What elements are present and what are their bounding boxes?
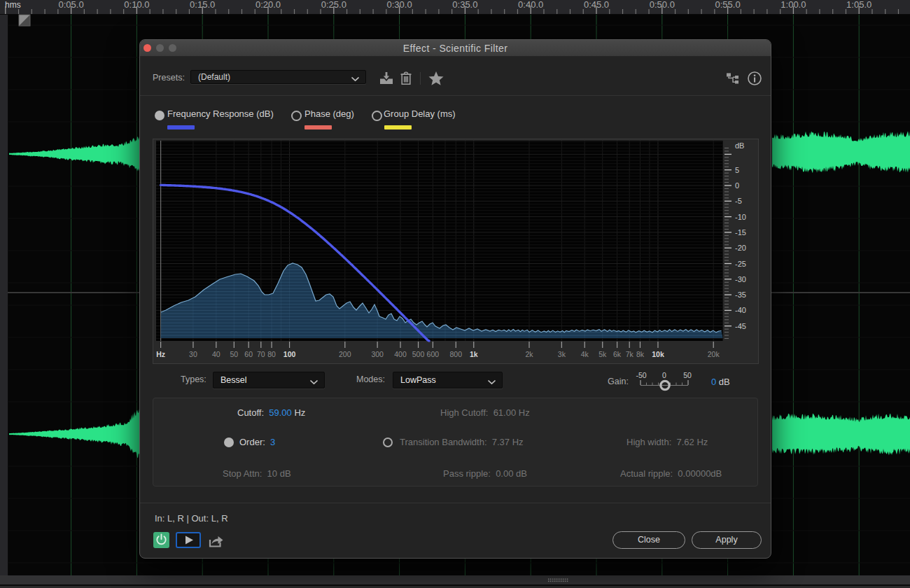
svg-text:hms: hms: [5, 0, 21, 10]
svg-text:600: 600: [427, 350, 440, 358]
svg-text:5k: 5k: [598, 350, 607, 358]
svg-text:-5: -5: [735, 197, 742, 205]
svg-text:-30: -30: [735, 275, 746, 284]
svg-text:800: 800: [449, 350, 462, 358]
svg-text:3k: 3k: [558, 350, 566, 358]
svg-text:dB: dB: [735, 141, 744, 150]
svg-text:20k: 20k: [708, 350, 720, 358]
svg-text:60: 60: [244, 350, 253, 358]
svg-text:50: 50: [230, 350, 238, 358]
svg-text:10k: 10k: [652, 350, 664, 358]
svg-text:70: 70: [257, 350, 265, 358]
svg-text:-15: -15: [735, 228, 746, 237]
svg-text:1k: 1k: [470, 350, 478, 358]
svg-text:0: 0: [735, 181, 739, 190]
svg-text:-20: -20: [735, 244, 746, 252]
svg-text:-40: -40: [735, 306, 746, 314]
svg-text:5: 5: [735, 166, 739, 174]
svg-text:30: 30: [189, 350, 197, 358]
svg-text:0: 0: [662, 371, 666, 379]
svg-text:300: 300: [371, 350, 384, 358]
svg-text:100: 100: [284, 350, 296, 358]
svg-text:-10: -10: [735, 213, 746, 221]
svg-text:Hz: Hz: [156, 350, 165, 358]
svg-text:40: 40: [212, 350, 220, 358]
svg-text:6k: 6k: [613, 350, 622, 358]
svg-text:4k: 4k: [581, 350, 589, 358]
svg-text:400: 400: [394, 350, 407, 358]
svg-text:80: 80: [267, 350, 276, 358]
svg-text:-45: -45: [735, 322, 746, 330]
svg-text:7k: 7k: [626, 350, 634, 358]
svg-text:8k: 8k: [636, 350, 645, 358]
svg-text:50: 50: [683, 371, 692, 379]
svg-text:500: 500: [412, 350, 425, 358]
svg-text:-25: -25: [735, 260, 746, 268]
svg-text:2k: 2k: [525, 350, 533, 358]
svg-text:-35: -35: [735, 290, 746, 299]
svg-text:-50: -50: [636, 371, 646, 379]
svg-text:200: 200: [339, 350, 351, 358]
